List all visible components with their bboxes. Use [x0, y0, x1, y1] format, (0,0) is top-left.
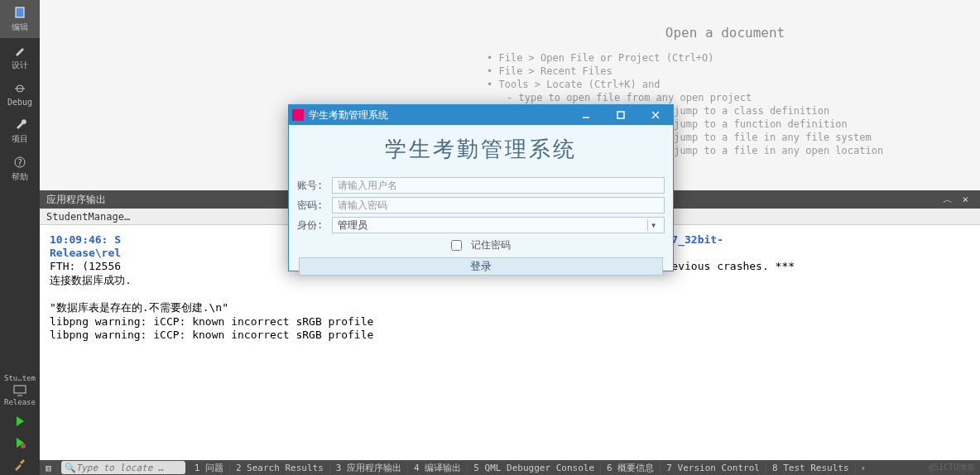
play-bug-icon — [12, 435, 27, 450]
open-doc-title: Open a document — [487, 25, 963, 41]
svg-rect-9 — [617, 112, 624, 118]
kit-name: Stu…tem — [4, 374, 36, 383]
role-label: 身份: — [297, 218, 332, 233]
rail-edit[interactable]: 编辑 — [0, 0, 40, 38]
bug-icon — [12, 81, 27, 96]
rail-label: 设计 — [12, 60, 28, 71]
help-icon: ? — [12, 155, 27, 170]
close-button[interactable] — [638, 105, 673, 125]
status-search[interactable]: 2 Search Results — [230, 463, 330, 473]
play-icon — [12, 414, 27, 429]
hint-line: • File > Open File or Project (Ctrl+O) — [487, 52, 963, 64]
edit-icon — [12, 5, 27, 20]
build-button[interactable] — [0, 453, 40, 475]
monitor-icon — [12, 383, 27, 398]
run-debug-button[interactable] — [0, 432, 40, 453]
output-line: libpng warning: iCCP: known incorrect sR… — [50, 329, 373, 341]
hint-sub: - type to open file from any open projec… — [487, 92, 963, 103]
rail-label: 帮助 — [12, 171, 28, 183]
rail-label: Debug — [7, 98, 32, 107]
rail-debug[interactable]: Debug — [0, 76, 40, 112]
wrench-icon — [12, 117, 27, 132]
output-line: "数据库表是存在的.不需要创建.\n" — [50, 301, 228, 314]
chevron-down-icon: ▾ — [647, 219, 659, 231]
username-input[interactable] — [332, 177, 665, 194]
svg-point-7 — [21, 444, 26, 449]
svg-rect-5 — [14, 386, 26, 393]
role-select[interactable]: 管理员 ▾ — [332, 217, 665, 233]
toggle-sidebar-button[interactable]: ▥ — [40, 463, 58, 473]
output-line: libpng warning: iCCP: known incorrect sR… — [50, 315, 373, 328]
status-issues[interactable]: 1 问题 — [189, 462, 230, 474]
password-input[interactable] — [332, 197, 665, 214]
rail-project[interactable]: 项目 — [0, 112, 40, 150]
hint-line: • Tools > Locate (Ctrl+K) and — [487, 79, 963, 90]
output-line: 连接数据库成功. — [50, 274, 132, 286]
chevron-up-icon[interactable]: ︿ — [938, 193, 958, 207]
rail-design[interactable]: 设计 — [0, 38, 40, 76]
output-line: Release\rel — [50, 247, 121, 259]
app-icon — [292, 109, 304, 121]
hint-line: • File > Recent Files — [487, 65, 963, 77]
run-button[interactable] — [0, 410, 40, 432]
hammer-icon — [12, 457, 27, 472]
login-button[interactable]: 登录 — [299, 257, 663, 276]
kit-build: Release — [4, 398, 36, 407]
remember-label: 记住密码 — [471, 239, 511, 251]
username-label: 账号: — [297, 179, 332, 193]
status-bar: ▥ 🔍 1 问题 2 Search Results 3 应用程序输出 4 编译输… — [40, 460, 980, 475]
status-general[interactable]: 6 概要信息 — [601, 462, 661, 474]
locator-input[interactable] — [76, 463, 182, 473]
chevron-right-icon[interactable]: › — [856, 463, 872, 473]
password-label: 密码: — [297, 199, 332, 213]
remember-row: 记住密码 — [289, 235, 673, 256]
svg-rect-0 — [16, 7, 24, 17]
rail-label: 项目 — [12, 133, 28, 145]
status-tests[interactable]: 8 Test Results — [766, 463, 856, 473]
login-dialog: 学生考勤管理系统 学生考勤管理系统 账号: 密码: 身份: 管理员 ▾ 记住密码… — [288, 104, 674, 271]
left-rail: 编辑 设计 Debug 项目 ? 帮助 Stu…tem Release — [0, 0, 40, 475]
status-compile[interactable]: 4 编译输出 — [408, 462, 468, 474]
rail-bottom: Stu…tem Release — [0, 371, 40, 475]
minimize-button[interactable] — [569, 105, 603, 125]
kit-selector[interactable]: Stu…tem Release — [0, 371, 40, 410]
status-appout[interactable]: 3 应用程序输出 — [330, 462, 408, 474]
search-icon: 🔍 — [65, 463, 76, 473]
status-vcs[interactable]: 7 Version Control — [661, 463, 766, 473]
role-value: 管理员 — [338, 218, 368, 233]
remember-checkbox[interactable] — [451, 240, 462, 251]
rail-label: 编辑 — [12, 22, 28, 33]
output-pane-title: 应用程序输出 — [46, 193, 106, 207]
brush-icon — [12, 43, 27, 58]
dialog-title: 学生考勤管理系统 — [309, 108, 388, 122]
close-icon[interactable]: × — [958, 194, 973, 205]
watermark: @51CTO博客 — [924, 462, 980, 473]
status-qml[interactable]: 5 QML Debugger Console — [468, 463, 601, 473]
svg-text:?: ? — [17, 158, 22, 167]
rail-help[interactable]: ? 帮助 — [0, 150, 40, 188]
dialog-heading: 学生考勤管理系统 — [289, 125, 673, 175]
maximize-button[interactable] — [603, 105, 638, 125]
dialog-titlebar[interactable]: 学生考勤管理系统 — [289, 105, 673, 125]
locator-search[interactable]: 🔍 — [61, 461, 185, 474]
output-tab[interactable]: StudentManage… — [46, 211, 130, 223]
